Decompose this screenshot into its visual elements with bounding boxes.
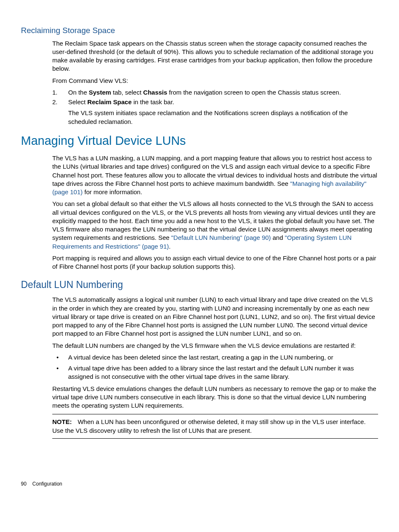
note-text: When a LUN has been unconfigured or othe… xyxy=(52,418,366,434)
footer-section: Configuration xyxy=(32,481,62,487)
list-body: A virtual tape drive has been added to a… xyxy=(68,364,378,381)
heading-managing: Managing Virtual Device LUNs xyxy=(21,133,378,149)
bullet-icon: • xyxy=(52,364,68,381)
bullet-icon: • xyxy=(52,353,68,362)
bold-text: System xyxy=(89,89,111,96)
text: for more information. xyxy=(83,188,143,195)
list-number: 1. xyxy=(52,88,68,97)
note-box: NOTE:When a LUN has been unconfigured or… xyxy=(52,414,378,439)
para: The VLS automatically assigns a logical … xyxy=(52,296,378,338)
list-item: • A virtual device has been deleted sinc… xyxy=(52,353,378,362)
para: You can set a global default so that eit… xyxy=(52,200,378,251)
text: On the xyxy=(68,89,89,96)
sub-para: The VLS system initiates space reclamati… xyxy=(68,109,378,126)
text: from the navigation screen to open the C… xyxy=(167,89,341,96)
heading-reclaiming: Reclaiming Storage Space xyxy=(21,25,378,36)
para: Port mapping is required and allows you … xyxy=(52,254,378,271)
list-item: 2. Select Reclaim Space in the task bar.… xyxy=(52,98,378,126)
bullet-list: • A virtual device has been deleted sinc… xyxy=(52,353,378,381)
bold-text: Chassis xyxy=(143,89,167,96)
list-number: 2. xyxy=(52,98,68,126)
list-body: A virtual device has been deleted since … xyxy=(68,353,378,362)
list-body: On the System tab, select Chassis from t… xyxy=(68,88,378,97)
para: The VLS has a LUN masking, a LUN mapping… xyxy=(52,154,378,196)
para: The Reclaim Space task appears on the Ch… xyxy=(52,39,378,73)
list-item: 1. On the System tab, select Chassis fro… xyxy=(52,88,378,97)
link-default-lun-numbering[interactable]: "Default LUN Numbering" (page 90) xyxy=(171,234,271,241)
text: in the task bar. xyxy=(132,98,174,105)
para: Restarting VLS device emulations changes… xyxy=(52,385,378,410)
note-label: NOTE: xyxy=(52,418,72,425)
text: and xyxy=(271,234,285,241)
page-footer: 90Configuration xyxy=(21,481,378,487)
heading-default-lun: Default LUN Numbering xyxy=(21,278,378,291)
para: From Command View VLS: xyxy=(52,77,378,85)
ordered-list: 1. On the System tab, select Chassis fro… xyxy=(52,88,378,126)
text: Select xyxy=(68,98,87,105)
text: tab, select xyxy=(111,89,143,96)
para: The default LUN numbers are changed by t… xyxy=(52,342,378,350)
list-item: • A virtual tape drive has been added to… xyxy=(52,364,378,381)
page-number: 90 xyxy=(21,481,26,487)
list-body: Select Reclaim Space in the task bar. Th… xyxy=(68,98,378,126)
text: . xyxy=(169,243,171,250)
bold-text: Reclaim Space xyxy=(87,98,132,105)
